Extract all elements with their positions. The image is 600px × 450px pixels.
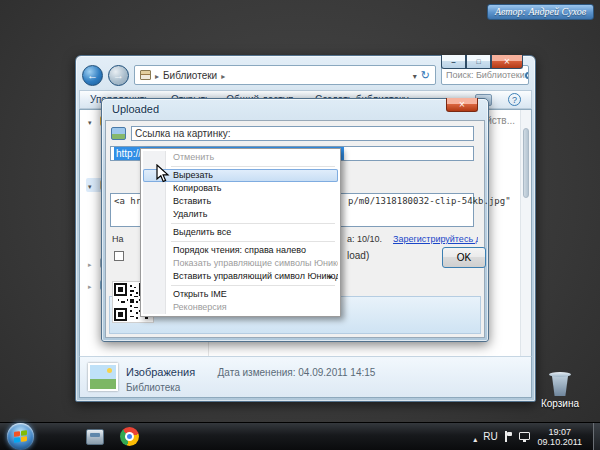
- help-icon[interactable]: [508, 93, 521, 106]
- expand-arrow-icon[interactable]: [88, 258, 96, 269]
- desktop: Автор: Андрей Сухов Библиотеки Поиск: Би…: [0, 0, 600, 450]
- menu-item-select-all[interactable]: Выделить все: [143, 226, 338, 239]
- menu-item-open-ime[interactable]: Открыть IME: [143, 288, 338, 301]
- close-icon[interactable]: [491, 55, 523, 69]
- menu-item-delete[interactable]: Удалить: [143, 208, 338, 221]
- search-text: Поиск: Библиотеки: [446, 70, 525, 80]
- menu-item-reconversion: Реконверсия: [143, 301, 338, 314]
- menu-separator: [171, 241, 335, 242]
- rating-text-prefix: На: [112, 234, 124, 244]
- register-link[interactable]: Зарегистрируйтесь для большего!: [393, 234, 478, 244]
- minimize-button[interactable]: [441, 55, 466, 69]
- item-kind-label: Библиотека: [126, 382, 375, 393]
- search-icon: [525, 72, 529, 79]
- details-pane: Изображения Дата изменения: 04.09.2011 1…: [79, 356, 532, 398]
- chevron-right-icon[interactable]: [155, 70, 159, 81]
- network-tray-icon[interactable]: [519, 432, 530, 440]
- context-menu: Отменить Вырезать Копировать Вставить Уд…: [140, 148, 341, 317]
- recycle-bin[interactable]: Корзина: [534, 372, 586, 409]
- dialog-title: Uploaded: [112, 103, 159, 115]
- system-tray: RU 19:07 09.10.2011: [473, 423, 600, 450]
- link-label-text: Ссылка на картинку:: [135, 128, 231, 139]
- taskbar: RU 19:07 09.10.2011: [0, 422, 600, 450]
- menu-item-cut[interactable]: Вырезать: [143, 169, 338, 182]
- menu-separator: [171, 223, 335, 224]
- ok-button[interactable]: OK: [442, 247, 486, 268]
- chrome-icon[interactable]: [116, 424, 142, 450]
- taskbar-app-icon[interactable]: [82, 424, 108, 450]
- refresh-icon[interactable]: [421, 69, 430, 82]
- forward-button[interactable]: [108, 65, 129, 86]
- expand-arrow-icon[interactable]: [88, 280, 96, 291]
- menu-item-show-unicode-controls: Показать управляющие символы Юникода: [143, 257, 338, 270]
- menu-item-paste[interactable]: Вставить: [143, 195, 338, 208]
- recycle-bin-label: Корзина: [534, 398, 586, 409]
- language-indicator[interactable]: RU: [483, 431, 497, 442]
- date-label: 09.10.2011: [538, 437, 582, 447]
- picture-icon: [111, 127, 126, 140]
- menu-separator: [171, 166, 335, 167]
- dialog-close-icon[interactable]: [446, 98, 478, 112]
- expand-arrow-icon[interactable]: [88, 180, 96, 191]
- chevron-right-icon[interactable]: [221, 70, 225, 81]
- checkbox[interactable]: [114, 251, 124, 261]
- windows-logo-icon: [14, 430, 27, 443]
- checkbox-label-fragment: load): [347, 250, 369, 261]
- chrome-logo-icon: [120, 427, 139, 446]
- app-icon: [86, 429, 104, 445]
- author-credit: Автор: Андрей Сухов: [487, 4, 594, 20]
- rating-text-fragment: а: 10/10.: [347, 234, 382, 244]
- taskbar-apps: [82, 424, 142, 450]
- submenu-arrow-icon: [329, 270, 333, 283]
- details-text: Изображения Дата изменения: 04.09.2011 1…: [126, 362, 375, 393]
- time-label: 19:07: [538, 427, 582, 437]
- menu-item-reading-order[interactable]: Порядок чтения: справа налево: [143, 244, 338, 257]
- recycle-bin-icon: [549, 372, 571, 377]
- address-bar[interactable]: Библиотеки: [134, 65, 436, 85]
- menu-item-insert-unicode-control[interactable]: Вставить управляющий символ Юникода: [143, 270, 338, 283]
- back-button[interactable]: [82, 65, 103, 86]
- scrollbar[interactable]: [520, 110, 531, 356]
- selected-item-name: Изображения: [126, 366, 195, 378]
- link-label-field[interactable]: Ссылка на картинку:: [131, 126, 474, 141]
- window-controls: [441, 55, 523, 69]
- code-text-fragment: p/m0/1318180032-clip-54kb.jpg": [348, 196, 511, 206]
- menu-separator: [171, 285, 335, 286]
- date-modified-label: Дата изменения: 04.09.2011 14:15: [218, 367, 376, 378]
- expand-arrow-icon[interactable]: [88, 116, 96, 127]
- scrollbar-thumb[interactable]: [523, 128, 529, 198]
- show-desktop-button[interactable]: [593, 423, 600, 450]
- hidden-icons-arrow[interactable]: [473, 428, 477, 446]
- maximize-button[interactable]: [466, 55, 491, 69]
- breadcrumb-item-libraries[interactable]: Библиотеки: [163, 70, 217, 81]
- clock[interactable]: 19:07 09.10.2011: [538, 427, 582, 447]
- libraries-icon: [140, 70, 151, 80]
- recycle-bin-icon[interactable]: [551, 374, 569, 396]
- mouse-cursor: [156, 164, 170, 184]
- menu-item-copy[interactable]: Копировать: [143, 182, 338, 195]
- menu-item-undo: Отменить: [143, 151, 338, 164]
- pictures-library-thumbnail-icon: [88, 363, 118, 391]
- start-button[interactable]: [7, 423, 34, 450]
- action-center-icon[interactable]: [504, 431, 513, 442]
- history-dropdown-icon[interactable]: [413, 70, 417, 81]
